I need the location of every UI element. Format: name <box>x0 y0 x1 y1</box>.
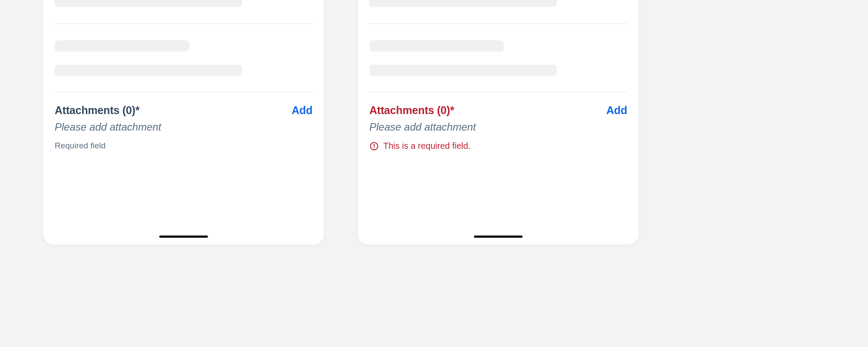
attachments-title: Attachments (0)* <box>55 104 139 117</box>
attachments-error: This is a required field. <box>369 141 627 151</box>
skeleton-line <box>369 40 504 52</box>
skeleton-line <box>55 0 242 7</box>
skeleton-line <box>55 40 189 52</box>
svg-point-2 <box>374 147 375 148</box>
attachments-title: Attachments (0)* <box>369 104 454 117</box>
add-attachment-button[interactable]: Add <box>606 104 627 117</box>
attachments-error-text: This is a required field. <box>383 141 470 151</box>
attachments-hint: Please add attachment <box>369 121 627 133</box>
form-card-error: Attachments (0)* Add Please add attachme… <box>358 0 638 245</box>
skeleton-line <box>55 65 242 76</box>
alert-circle-icon <box>369 141 379 151</box>
attachments-header: Attachments (0)* Add <box>55 104 312 117</box>
skeleton-line <box>369 65 557 76</box>
home-indicator <box>474 236 523 238</box>
attachments-hint: Please add attachment <box>55 121 312 133</box>
attachments-helper: Required field <box>55 141 312 151</box>
skeleton-line <box>369 0 557 7</box>
form-card-normal: Attachments (0)* Add Please add attachme… <box>43 0 324 245</box>
attachments-header: Attachments (0)* Add <box>369 104 627 117</box>
canvas: Attachments (0)* Add Please add attachme… <box>0 0 868 347</box>
home-indicator <box>159 236 208 238</box>
add-attachment-button[interactable]: Add <box>292 104 312 117</box>
